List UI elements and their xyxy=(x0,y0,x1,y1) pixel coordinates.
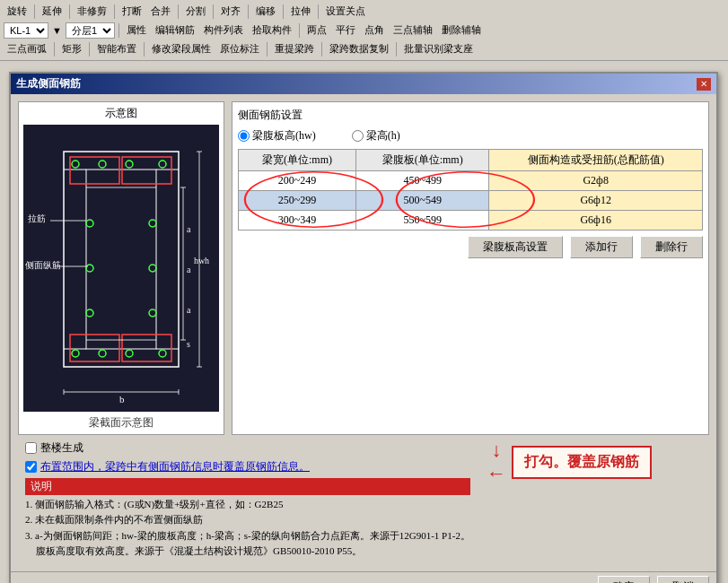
component-select[interactable]: KL-1 xyxy=(4,22,48,39)
pick-component-btn[interactable]: 拾取构件 xyxy=(249,22,295,39)
sep13 xyxy=(89,42,90,57)
col-header-beam-width: 梁宽(单位:mm) xyxy=(239,150,356,171)
annotation-box: 打勾。覆盖原钢筋 xyxy=(512,446,652,479)
add-row-btn[interactable]: 添加行 xyxy=(570,236,633,258)
checkbox-1-label: 整楼生成 xyxy=(40,440,83,456)
sep7 xyxy=(283,4,284,19)
sep2 xyxy=(69,4,70,19)
dialog-titlebar: 生成侧面钢筋 ✕ xyxy=(11,74,716,94)
radio-h[interactable]: 梁高(h) xyxy=(352,128,400,144)
svg-text:a: a xyxy=(187,305,191,315)
settings-panel: 侧面钢筋设置 梁腹板高(hw) 梁高(h) xyxy=(232,101,709,435)
align-btn[interactable]: 对齐 xyxy=(217,3,244,20)
left-bottom: 整楼生成 布置范围内，梁跨中有侧面钢筋信息时覆盖原钢筋信息。 说明 1. 侧面钢… xyxy=(25,440,470,561)
schematic-title: 示意图 xyxy=(22,106,220,121)
dialog-close-btn[interactable]: ✕ xyxy=(697,78,711,91)
overwrite-rebar-checkbox[interactable] xyxy=(25,461,37,473)
svg-text:拉筋: 拉筋 xyxy=(28,213,46,223)
two-point-btn[interactable]: 两点 xyxy=(303,22,330,39)
radio-h-input[interactable] xyxy=(352,130,364,142)
note-3: 3. a-为侧面钢筋间距；hw-梁的腹板高度；h-梁高；s-梁的纵向钢筋合力点距… xyxy=(25,529,470,543)
original-mark-btn[interactable]: 原位标注 xyxy=(216,40,263,57)
three-point-aux-btn[interactable]: 三点辅轴 xyxy=(390,22,436,39)
sep14 xyxy=(144,42,145,57)
checkboxes-area: 整楼生成 布置范围内，梁跨中有侧面钢筋信息时覆盖原钢筋信息。 xyxy=(25,440,470,474)
point-angle-btn[interactable]: 点角 xyxy=(361,22,388,39)
table-row: 200~249 450~499 G2ф8 xyxy=(239,171,703,191)
rotate-btn[interactable]: 旋转 xyxy=(4,3,31,20)
checkbox-row-2: 布置范围内，梁跨中有侧面钢筋信息时覆盖原钢筋信息。 xyxy=(25,459,470,474)
note-2: 2. 未在截面限制条件内的不布置侧面纵筋 xyxy=(25,513,470,526)
smart-layout-btn[interactable]: 智能布置 xyxy=(93,40,140,57)
svg-text:a: a xyxy=(187,265,191,274)
table-wrapper: 梁宽(单位:mm) 梁腹板(单位:mm) 侧面构造或受扭筋(总配筋值) 200~… xyxy=(238,149,703,231)
notes-title: 说明 xyxy=(25,478,470,495)
re-pick-span-btn[interactable]: 重提梁跨 xyxy=(271,40,318,57)
component-list-btn[interactable]: 构件列表 xyxy=(200,22,247,39)
delete-row-btn[interactable]: 删除行 xyxy=(640,236,703,258)
dialog: 生成侧面钢筋 ✕ 示意图 xyxy=(9,72,718,583)
copy-span-data-btn[interactable]: 梁跨数据复制 xyxy=(326,40,392,57)
stretch-btn[interactable]: 拉伸 xyxy=(287,3,314,20)
set-point-btn[interactable]: 设置关点 xyxy=(322,3,369,20)
radio-hw-input[interactable] xyxy=(238,130,250,142)
annotation-text: 打勾。覆盖原钢筋 xyxy=(524,454,639,469)
svg-text:侧面纵筋: 侧面纵筋 xyxy=(25,260,61,270)
radio-hw-label: 梁腹板高(hw) xyxy=(252,128,316,144)
modify-beam-seg-btn[interactable]: 修改梁段属性 xyxy=(148,40,215,57)
split-btn[interactable]: 分割 xyxy=(182,3,209,20)
del-aux-btn[interactable]: 删除辅轴 xyxy=(438,22,485,39)
sep9: ▼ xyxy=(52,25,62,36)
col-header-side-rebar: 侧面构造或受扭筋(总配筋值) xyxy=(489,150,703,171)
layer-select[interactable]: 分层1 xyxy=(66,22,115,39)
parallel-btn[interactable]: 平行 xyxy=(332,22,359,39)
svg-text:b: b xyxy=(119,394,125,405)
bottom-row: 整楼生成 布置范围内，梁跨中有侧面钢筋信息时覆盖原钢筋信息。 说明 1. 侧面钢… xyxy=(18,440,709,564)
sep3 xyxy=(114,4,115,19)
edit-rebar-btn[interactable]: 编辑钢筋 xyxy=(152,22,198,39)
non-trim-btn[interactable]: 非修剪 xyxy=(74,3,110,20)
break-btn[interactable]: 打断 xyxy=(118,3,145,20)
note-1: 1. 侧面钢筋输入格式：(G或N)数量+级别+直径，如：G2B25 xyxy=(25,498,470,511)
sep1 xyxy=(34,4,35,19)
whole-building-checkbox[interactable] xyxy=(25,442,37,454)
table-row: 300~349 550~599 G6ф16 xyxy=(239,211,703,231)
sep5 xyxy=(213,4,214,19)
move-btn[interactable]: 编移 xyxy=(252,3,279,20)
sep10 xyxy=(118,23,119,38)
cell-width-3: 300~349 xyxy=(239,211,356,231)
confirm-btn[interactable]: 确定 xyxy=(598,576,650,583)
sep17 xyxy=(396,42,397,57)
table-header-row: 梁宽(单位:mm) 梁腹板(单位:mm) 侧面构造或受扭筋(总配筋值) xyxy=(239,150,703,171)
schematic-canvas: a a a hw h s b xyxy=(23,125,219,412)
down-arrow-icon: ↓ xyxy=(491,440,501,460)
arrow-indicator: ↓ ← xyxy=(487,440,506,483)
cell-width-1: 200~249 xyxy=(239,171,356,191)
toolbar-row-3: 三点画弧 矩形 智能布置 修改梁段属性 原位标注 重提梁跨 梁跨数据复制 批量识… xyxy=(4,39,724,58)
radio-h-label: 梁高(h) xyxy=(366,128,400,144)
col-header-slab-height: 梁腹板(单位:mm) xyxy=(356,150,489,171)
table-btn-row: 梁腹板高设置 添加行 删除行 xyxy=(238,236,703,258)
note-4: 腹板高度取有效高度。来源于《混凝土结构设计规范》GB50010-2010 P55… xyxy=(25,544,470,558)
radio-hw[interactable]: 梁腹板高(hw) xyxy=(238,128,316,144)
settings-title: 侧面钢筋设置 xyxy=(238,108,703,123)
toolbar: 旋转 延伸 非修剪 打断 合并 分割 对齐 编移 拉伸 设置关点 KL-1 ▼ … xyxy=(0,0,728,61)
three-point-arc-btn[interactable]: 三点画弧 xyxy=(4,40,50,57)
cell-height-3: 550~599 xyxy=(356,211,489,231)
cancel-btn[interactable]: 取消 xyxy=(657,576,709,583)
merge-btn[interactable]: 合并 xyxy=(147,3,174,20)
toolbar-row-2: KL-1 ▼ 分层1 属性 编辑钢筋 构件列表 拾取构件 两点 平行 点角 三点… xyxy=(4,21,724,39)
left-arrow-icon: ← xyxy=(487,464,506,483)
sep16 xyxy=(321,42,322,57)
rect-btn[interactable]: 矩形 xyxy=(58,40,85,57)
batch-identify-btn[interactable]: 批量识别梁支座 xyxy=(400,40,477,57)
svg-text:s: s xyxy=(187,339,190,349)
slab-height-settings-btn[interactable]: 梁腹板高设置 xyxy=(468,236,563,258)
property-btn[interactable]: 属性 xyxy=(123,22,150,39)
cell-height-2: 500~549 xyxy=(356,191,489,211)
extend-btn[interactable]: 延伸 xyxy=(39,3,66,20)
svg-text:h: h xyxy=(205,256,209,265)
radio-row: 梁腹板高(hw) 梁高(h) xyxy=(238,128,703,144)
dialog-footer: 确定 取消 xyxy=(11,571,716,583)
cell-rebar-1: G2ф8 xyxy=(489,171,703,191)
